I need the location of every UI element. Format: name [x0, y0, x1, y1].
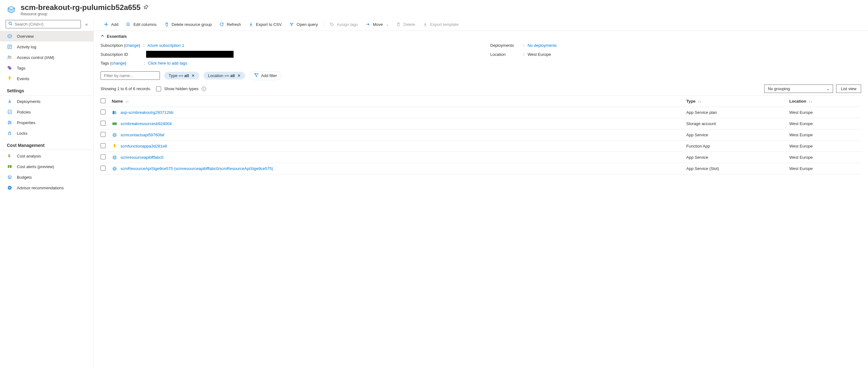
essentials-toggle[interactable]: Essentials — [94, 31, 868, 42]
refresh-icon — [219, 22, 224, 27]
section-settings: Settings — [0, 84, 93, 95]
nav-locks[interactable]: Locks — [0, 128, 93, 138]
page-header: scm-breakout-rg-pulumicb52a655 Resource … — [0, 0, 868, 18]
table-row: scmfunctionappa3d281e8Function AppWest E… — [100, 141, 861, 152]
row-checkbox[interactable] — [100, 155, 105, 159]
move-icon — [365, 22, 370, 27]
filter-pill-type[interactable]: Type == all ✕ — [164, 72, 199, 79]
deployments-link[interactable]: No deployments — [528, 43, 557, 48]
resource-link[interactable]: scmresourceapibfffabc0 — [121, 155, 164, 160]
nav-tags[interactable]: Tags — [0, 63, 93, 73]
nav-overview[interactable]: Overview — [0, 31, 93, 41]
nav-properties[interactable]: Properties — [0, 117, 93, 128]
nav-label: Locks — [17, 131, 28, 136]
row-checkbox[interactable] — [100, 109, 105, 114]
svg-rect-19 — [8, 133, 11, 135]
svg-point-16 — [10, 122, 11, 123]
advisor-icon — [7, 185, 12, 191]
row-checkbox[interactable] — [100, 143, 105, 148]
nav-advisor[interactable]: Advisor recommendations — [0, 182, 93, 193]
svg-point-41 — [331, 23, 332, 24]
column-label: Location — [789, 99, 806, 104]
nav-budgets[interactable]: $ Budgets — [0, 172, 93, 182]
sort-icon: ↑↓ — [809, 99, 812, 103]
toolbar-export-csv[interactable]: Export to CSV — [245, 20, 285, 29]
svg-marker-4 — [8, 34, 11, 38]
toolbar-move[interactable]: Move ⌄ — [362, 20, 392, 29]
toolbar-add[interactable]: Add — [100, 20, 122, 29]
pin-icon[interactable] — [144, 5, 149, 10]
grouping-dropdown[interactable]: No grouping ⌄ — [764, 85, 833, 93]
collapse-sidebar-button[interactable]: « — [85, 22, 88, 27]
add-filter-label: Add filter — [261, 73, 277, 78]
resource-group-small-icon — [7, 33, 12, 39]
toolbar-edit-columns[interactable]: Edit columns — [122, 20, 160, 29]
essentials-subscription-label: Subscription (change) — [100, 43, 140, 48]
select-all-checkbox[interactable] — [100, 98, 105, 103]
toolbar-open-query[interactable]: Open query — [285, 20, 321, 29]
svg-point-10 — [10, 56, 11, 57]
subscription-link[interactable]: Azure subscription 1 — [147, 43, 184, 48]
change-subscription-link[interactable]: change — [126, 43, 139, 48]
sidebar-search-input[interactable] — [15, 22, 78, 27]
sidebar-search[interactable] — [6, 20, 81, 28]
show-hidden-checkbox[interactable] — [156, 87, 161, 91]
resource-link[interactable]: scmbreakresourcesb924004 — [121, 121, 172, 126]
svg-rect-12 — [8, 110, 11, 114]
svg-point-18 — [8, 124, 9, 125]
toolbar-label: Delete — [403, 22, 415, 27]
page-title: scm-breakout-rg-pulumicb52a655 — [21, 3, 141, 12]
info-icon[interactable]: i — [202, 87, 206, 91]
toolbar-label: Delete resource group — [172, 22, 212, 27]
filter-name-input[interactable] — [100, 71, 160, 80]
resource-link[interactable]: scmcontactsapi59760faf — [121, 133, 164, 137]
sidebar: « Overview Activity log Access control (… — [0, 18, 94, 368]
function-icon — [112, 143, 117, 149]
toolbar-label: Add — [111, 22, 118, 27]
close-icon[interactable]: ✕ — [237, 73, 241, 78]
list-view-dropdown[interactable]: List view — [836, 85, 861, 93]
nav-events[interactable]: Events — [0, 73, 93, 84]
budgets-icon: $ — [7, 174, 12, 180]
page-subtitle: Resource group — [21, 12, 149, 16]
nav-deployments[interactable]: Deployments — [0, 96, 93, 107]
nav-label: Policies — [17, 110, 31, 114]
activity-log-icon — [7, 44, 12, 49]
svg-point-35 — [126, 25, 127, 26]
add-filter-button[interactable]: Add filter — [249, 71, 282, 80]
column-header-location[interactable]: Location ↑↓ — [789, 99, 861, 104]
row-checkbox[interactable] — [100, 121, 105, 126]
filter-pill-location[interactable]: Location == all ✕ — [204, 72, 245, 79]
toolbar-label: Edit columns — [133, 22, 156, 27]
nav-policies[interactable]: Policies — [0, 107, 93, 117]
column-header-name[interactable]: Name ↑↓ — [112, 99, 686, 104]
resource-location: West Europe — [789, 166, 861, 171]
column-label: Type — [686, 99, 695, 104]
nav-cost-alerts[interactable]: $ Cost alerts (preview) — [0, 161, 93, 172]
toolbar-label: Export template — [430, 22, 459, 27]
show-hidden-label: Show hidden types — [164, 87, 198, 91]
nav-iam[interactable]: Access control (IAM) — [0, 52, 93, 63]
row-checkbox[interactable] — [100, 166, 105, 171]
toolbar-label: Assign tags — [337, 22, 358, 27]
pill-label: Location == all — [208, 73, 235, 78]
toolbar-refresh[interactable]: Refresh — [215, 20, 245, 29]
add-tags-link[interactable]: Click here to add tags — [148, 61, 187, 66]
nav-activity-log[interactable]: Activity log — [0, 41, 93, 52]
column-header-type[interactable]: Type ↑↓ — [686, 99, 789, 104]
nav-cost-analysis[interactable]: $ Cost analysis — [0, 150, 93, 161]
resource-type: Function App — [686, 144, 789, 148]
svg-point-33 — [126, 23, 127, 23]
change-tags-link[interactable]: change — [112, 61, 125, 66]
resource-link[interactable]: scmfunctionappa3d281e8 — [121, 144, 167, 148]
trash-icon — [396, 22, 401, 27]
chevron-down-icon: ⌄ — [386, 23, 389, 26]
row-checkbox[interactable] — [100, 132, 105, 137]
resource-link[interactable]: asp-scmbreakoutrg293712bb — [121, 110, 173, 115]
toolbar-delete-rg[interactable]: Delete resource group — [160, 20, 216, 29]
resource-link[interactable]: scmResourceApiStge9ce575 (scmresourceapi… — [121, 166, 273, 171]
essentials-tags-label: Tags (change) — [100, 61, 126, 66]
toolbar-label: Move — [373, 22, 383, 27]
app-service-icon — [112, 166, 117, 171]
close-icon[interactable]: ✕ — [191, 73, 195, 78]
